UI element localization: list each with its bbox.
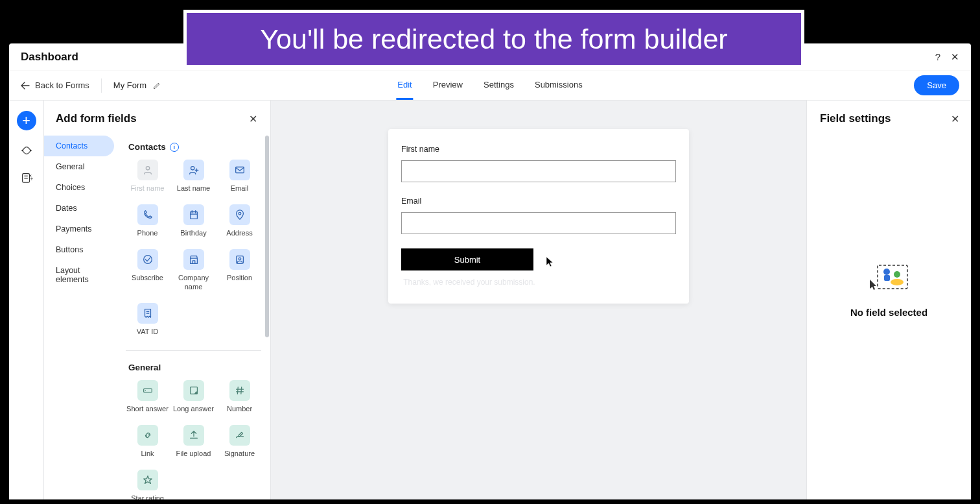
field-tile-last-name[interactable]: Last name <box>172 160 215 193</box>
save-button[interactable]: Save <box>914 75 959 95</box>
header-top-right: ? ✕ <box>935 51 959 63</box>
field-tile-label: Signature <box>224 450 255 458</box>
tab-edit[interactable]: Edit <box>396 71 413 100</box>
field-settings-empty: No field selected <box>807 133 971 499</box>
user-box-icon <box>229 249 250 270</box>
field-tile-label: First name <box>131 184 165 193</box>
svg-point-10 <box>239 213 241 215</box>
category-dates[interactable]: Dates <box>44 198 114 219</box>
scrollbar[interactable] <box>265 136 269 337</box>
field-tile-link[interactable]: Link <box>126 425 169 458</box>
group-title-general: General <box>126 356 261 380</box>
field-input-email[interactable] <box>401 212 676 234</box>
field-tile-label: Star rating <box>131 494 164 499</box>
svg-text:+: + <box>30 176 33 182</box>
field-tile-label: Subscribe <box>132 274 163 282</box>
field-tile-subscribe[interactable]: Subscribe <box>126 249 169 291</box>
field-tile-label: Email <box>231 184 249 193</box>
field-tile-label: Company name <box>172 274 215 291</box>
form-canvas[interactable]: First name Email Submit Thanks, we recei… <box>271 101 806 499</box>
field-tile-address[interactable]: Address <box>218 204 261 237</box>
field-tile-phone[interactable]: Phone <box>126 204 169 237</box>
field-settings-header: Field settings ✕ <box>807 101 971 133</box>
close-panel-icon[interactable]: ✕ <box>249 113 257 125</box>
thanks-message: Thanks, we received your submission. <box>401 277 537 288</box>
tab-preview[interactable]: Preview <box>432 71 464 100</box>
back-to-forms-label: Back to Forms <box>35 80 89 90</box>
pencil-icon[interactable] <box>153 82 161 90</box>
field-tile-email[interactable]: Email <box>218 160 261 193</box>
store-icon <box>183 249 204 270</box>
field-tile-position[interactable]: Position <box>218 249 261 291</box>
field-tile-first-name: First name <box>126 160 169 193</box>
receipt-icon <box>137 303 158 324</box>
app-window: Dashboard ? ✕ Back to Forms My Form Edit… <box>9 43 971 499</box>
category-layout-elements[interactable]: Layout elements <box>44 260 114 290</box>
field-label-email: Email <box>401 197 676 206</box>
field-label-firstname: First name <box>401 145 676 154</box>
divider <box>101 78 102 93</box>
back-to-forms-link[interactable]: Back to Forms <box>21 80 89 90</box>
field-tile-short-answer[interactable]: Short answer <box>126 380 169 413</box>
add-fields-panel: Add form fields ✕ ContactsGeneralChoices… <box>44 101 271 499</box>
tab-settings[interactable]: Settings <box>482 71 515 100</box>
pin-icon <box>229 204 250 225</box>
cursor-icon <box>546 256 554 268</box>
upload-icon <box>183 425 204 446</box>
category-contacts[interactable]: Contacts <box>44 136 114 156</box>
field-tile-vat-id[interactable]: VAT ID <box>126 303 169 336</box>
category-choices[interactable]: Choices <box>44 177 114 198</box>
field-tile-long-answer[interactable]: Long answer <box>172 380 215 413</box>
editor-tabs: EditPreviewSettingsSubmissions <box>396 71 583 100</box>
field-tile-label: Long answer <box>173 405 214 413</box>
close-icon[interactable]: ✕ <box>951 51 959 63</box>
category-general[interactable]: General <box>44 156 114 177</box>
field-tile-birthday[interactable]: Birthday <box>172 204 215 237</box>
user-icon <box>137 160 158 180</box>
field-tile-label: Number <box>227 405 252 413</box>
category-payments[interactable]: Payments <box>44 219 114 239</box>
field-tiles-column[interactable]: ContactsiFirst nameLast nameEmailPhoneBi… <box>118 133 270 499</box>
tab-submissions[interactable]: Submissions <box>533 71 584 100</box>
category-buttons[interactable]: Buttons <box>44 239 114 260</box>
field-tile-signature[interactable]: Signature <box>218 425 261 458</box>
svg-point-11 <box>143 256 152 264</box>
link-icon <box>137 425 158 446</box>
field-tile-label: Short answer <box>126 405 169 413</box>
add-fields-body: ContactsGeneralChoicesDatesPaymentsButto… <box>44 133 270 499</box>
field-settings-panel: Field settings ✕ No field selected <box>806 101 971 499</box>
svg-rect-8 <box>235 167 244 173</box>
field-tile-label: Birthday <box>180 229 206 237</box>
add-fields-title: Add form fields <box>56 112 137 125</box>
svg-point-7 <box>191 167 194 170</box>
svg-point-17 <box>883 269 890 275</box>
field-settings-title: Field settings <box>820 112 891 125</box>
field-categories: ContactsGeneralChoicesDatesPaymentsButto… <box>44 133 118 499</box>
svg-point-6 <box>146 167 149 170</box>
form-preview-card: First name Email Submit Thanks, we recei… <box>388 129 689 304</box>
add-fields-header: Add form fields ✕ <box>44 101 270 133</box>
close-settings-icon[interactable]: ✕ <box>951 113 959 125</box>
star-icon <box>137 470 158 490</box>
instruction-overlay-text: You'll be redirected to the form builder <box>260 23 727 55</box>
field-input-firstname[interactable] <box>401 160 676 182</box>
add-button[interactable]: + <box>17 111 36 130</box>
user-add-icon <box>183 160 204 180</box>
field-tile-label: Last name <box>177 184 210 193</box>
svg-point-20 <box>891 279 904 285</box>
info-icon[interactable]: i <box>170 143 179 152</box>
empty-state-text: No field selected <box>850 307 928 318</box>
conditions-icon[interactable] <box>19 143 34 158</box>
field-tile-company-name[interactable]: Company name <box>172 249 215 291</box>
signature-icon <box>229 425 250 446</box>
field-tile-file-upload[interactable]: File upload <box>172 425 215 458</box>
svg-rect-16 <box>878 265 907 289</box>
help-icon[interactable]: ? <box>935 51 940 62</box>
submit-button[interactable]: Submit <box>401 248 533 270</box>
hash-icon <box>229 380 250 401</box>
form-layout-icon[interactable]: + <box>19 171 34 185</box>
field-tile-number[interactable]: Number <box>218 380 261 413</box>
field-tile-star-rating[interactable]: Star rating <box>126 470 169 499</box>
check-circle-icon <box>137 249 158 270</box>
svg-rect-9 <box>190 212 197 219</box>
